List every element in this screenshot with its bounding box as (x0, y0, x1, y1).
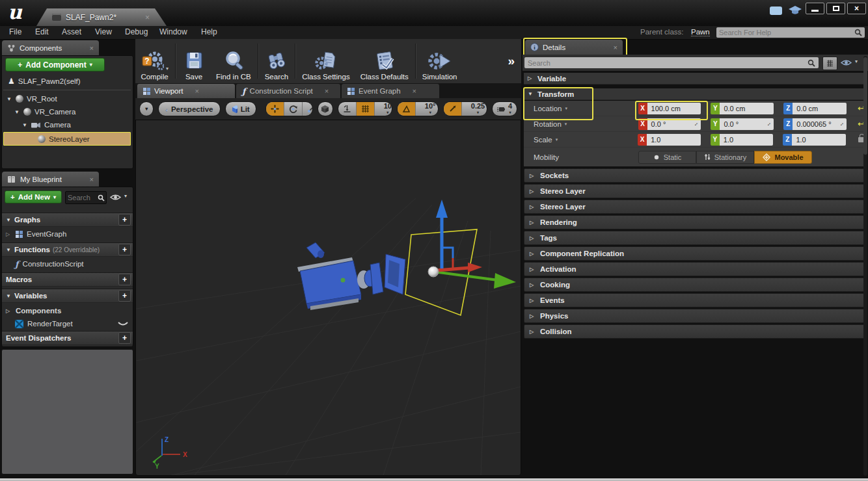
event-graph-item[interactable]: ▷ EventGraph (2, 228, 133, 240)
menu-help[interactable]: Help (201, 27, 217, 36)
tab-event-graph[interactable]: Event Graph × (342, 84, 439, 98)
scale-snap-value-button[interactable]: 0.25▾ (461, 102, 487, 116)
scale-y-field[interactable]: 1.0 (720, 134, 774, 146)
rotation-label[interactable]: Rotation (534, 120, 562, 128)
menu-view[interactable]: View (95, 27, 112, 36)
transform-section-header[interactable]: ▼ Transform (524, 88, 865, 100)
menu-window[interactable]: Window (159, 27, 187, 36)
find-in-cb-button[interactable]: Find in CB (211, 42, 256, 81)
view-mode-button[interactable]: Lit (225, 101, 256, 116)
mobility-movable-button[interactable]: Movable (754, 151, 812, 164)
functions-header[interactable]: ▼ Functions (22 Overridable) + (2, 242, 133, 257)
viewport-3d[interactable]: Z X Y (135, 120, 521, 476)
scale-z-field[interactable]: 1.0 (792, 134, 846, 146)
simulation-button[interactable]: Simulation (417, 42, 463, 81)
rotation-drag-handle-icon[interactable]: ↔ (692, 120, 699, 127)
close-button[interactable]: × (847, 3, 866, 14)
rotation-snap-toggle-button[interactable] (398, 102, 415, 116)
graphs-header[interactable]: ▼ Graphs + (2, 213, 133, 227)
tree-item-self[interactable]: ♟ SLAF_Pawn2(self) (3, 75, 132, 88)
tree-item-vr-root[interactable]: ▼ VR_Root (3, 92, 132, 105)
rotation-snap-value-button[interactable]: 10°▾ (415, 102, 439, 116)
chevron-down-icon[interactable]: ▾ (855, 58, 858, 64)
eye-closed-icon[interactable] (117, 320, 129, 328)
scale-tool-button[interactable] (302, 102, 313, 116)
tab-viewport[interactable]: Viewport × (137, 84, 235, 98)
add-event-dispatcher-button[interactable]: + (118, 332, 131, 344)
tab-components-close-icon[interactable]: × (90, 44, 94, 52)
my-blueprint-search-input[interactable] (66, 194, 98, 202)
grid-snap-toggle-button[interactable] (356, 102, 374, 116)
expander-icon[interactable]: ▷ (6, 231, 12, 237)
help-search-input[interactable] (716, 29, 854, 36)
world-local-space-button[interactable] (318, 101, 333, 116)
tab-close-icon[interactable]: × (325, 87, 329, 95)
location-x-field[interactable]: 100.0 cm (647, 103, 701, 114)
details-scrollbar-thumb[interactable] (863, 57, 867, 155)
details-section-sockets[interactable]: ▷Sockets (524, 168, 865, 183)
menu-debug[interactable]: Debug (125, 27, 148, 36)
chevron-down-icon[interactable]: ▾ (124, 193, 127, 199)
asset-tab-close-icon[interactable]: × (145, 13, 150, 22)
camera-mode-button[interactable]: Perspective (158, 101, 220, 116)
details-section-activation[interactable]: ▷Activation (524, 262, 865, 276)
expander-icon[interactable]: ▼ (14, 109, 20, 115)
details-section-component-replication[interactable]: ▷Component Replication (524, 246, 865, 261)
location-y-field[interactable]: 0.0 cm (720, 103, 774, 114)
move-tool-button[interactable] (266, 102, 284, 116)
toolbar-overflow-chevron[interactable]: » (508, 54, 521, 68)
visibility-eye-icon[interactable] (110, 194, 121, 201)
tab-details-close-icon[interactable]: × (614, 44, 617, 51)
mobility-static-button[interactable]: Static (638, 151, 696, 164)
camera-speed-button[interactable]: 4▾ (492, 101, 517, 116)
rotate-tool-button[interactable] (284, 102, 302, 116)
add-variable-button[interactable]: + (118, 290, 131, 302)
details-section-stereo-layer-1[interactable]: ▷Stereo Layer (524, 184, 865, 198)
details-section-tags[interactable]: ▷Tags (524, 231, 865, 245)
feedback-bubble-icon[interactable] (770, 6, 782, 15)
gizmo-origin-sphere[interactable] (428, 266, 439, 277)
tab-my-blueprint[interactable]: My Blueprint × (2, 172, 99, 187)
location-z-field[interactable]: 0.0 cm (793, 103, 847, 114)
expander-icon[interactable]: ▼ (7, 96, 12, 102)
add-macro-button[interactable]: + (118, 274, 131, 285)
expander-icon[interactable]: ▼ (22, 122, 28, 128)
class-settings-button[interactable]: Class Settings (297, 42, 355, 81)
add-component-button[interactable]: + Add Component ▾ (5, 58, 105, 72)
scale-snap-toggle-button[interactable] (444, 102, 461, 116)
compile-options-caret-icon[interactable]: ▾ (166, 66, 169, 72)
mobility-stationary-button[interactable]: Stationary (696, 151, 754, 164)
variable-section-header[interactable]: ▷ Variable (524, 73, 865, 84)
surface-snap-button[interactable] (338, 102, 356, 116)
transform-gizmo[interactable] (428, 200, 516, 289)
tab-construction-script[interactable]: ƒ Construction Script × (236, 84, 340, 98)
components-category[interactable]: ▷ Components (2, 304, 133, 317)
details-section-stereo-layer-2[interactable]: ▷Stereo Layer (524, 200, 865, 214)
tutorial-cap-icon[interactable] (789, 6, 802, 16)
class-defaults-button[interactable]: Class Defaults (355, 42, 414, 81)
menu-file[interactable]: File (9, 27, 21, 36)
location-label[interactable]: Location (534, 105, 562, 112)
details-search-input[interactable] (524, 59, 807, 67)
viewport-options-button[interactable]: ▾ (139, 101, 154, 116)
details-section-events[interactable]: ▷Events (524, 293, 865, 307)
minimize-button[interactable] (806, 3, 824, 14)
add-graph-button[interactable]: + (118, 214, 131, 226)
rotation-y-field[interactable]: 0.0 °↔ (720, 118, 774, 130)
details-section-cooking[interactable]: ▷Cooking (524, 278, 865, 292)
tree-item-vr-camera[interactable]: ▼ VR_Camera (3, 105, 132, 118)
scale-x-field[interactable]: 1.0 (647, 134, 701, 146)
compile-button[interactable]: ? ▾ Compile (135, 42, 174, 81)
macros-header[interactable]: Macros + (2, 272, 133, 287)
camera-3d-model[interactable] (297, 242, 405, 310)
tab-my-blueprint-close-icon[interactable]: × (90, 176, 94, 183)
tab-details[interactable]: i Details × (525, 40, 623, 55)
construction-script-item[interactable]: ƒ ConstructionScript (2, 257, 133, 270)
tree-item-stereolayer-selected[interactable]: StereoLayer (3, 132, 131, 146)
render-target-item[interactable]: RenderTarget (2, 317, 133, 330)
expander-icon[interactable]: ▷ (6, 308, 12, 314)
details-section-collision[interactable]: ▷Collision (524, 324, 865, 339)
details-section-rendering[interactable]: ▷Rendering (524, 215, 865, 229)
rotation-drag-handle-icon[interactable]: ↔ (765, 120, 772, 127)
grid-snap-value-button[interactable]: 10▾ (374, 102, 392, 116)
